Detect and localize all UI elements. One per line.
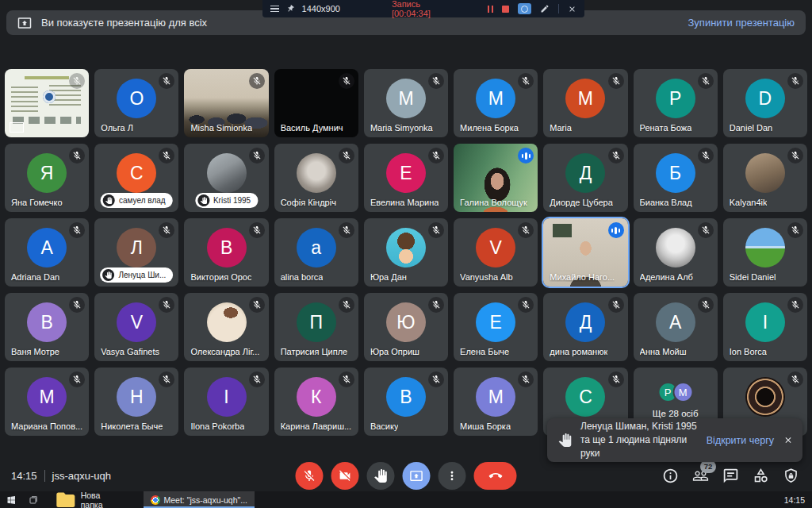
participant-tile[interactable]: IIlona Pokorba [184, 368, 268, 436]
raised-hand-pill: Kristi 1995 [195, 193, 258, 208]
avatar: О [117, 79, 156, 118]
participant-name: Юра Дан [370, 272, 407, 282]
participant-tile[interactable]: ООльга Л [94, 69, 178, 137]
mic-off-icon [428, 222, 444, 238]
participant-name: Аделина Алб [640, 272, 693, 282]
avatar: М [476, 79, 515, 118]
participant-tile[interactable] [5, 69, 89, 137]
resolution-label: 1440x900 [302, 4, 340, 13]
participant-tile[interactable]: AAdriana Dan [5, 218, 89, 287]
participant-tile[interactable]: РРената Божа [634, 69, 718, 137]
more-participants-label: Ще 28 осіб [634, 409, 718, 418]
meeting-time: 14:15 [11, 470, 37, 482]
participant-tile[interactable]: Михайло Наго... [543, 218, 627, 287]
draw-button[interactable] [540, 4, 550, 13]
chat-button[interactable] [722, 468, 739, 484]
participant-tile[interactable]: ЕЕвелина Марина [364, 144, 448, 212]
participant-tile[interactable]: ДДиорде Цубера [543, 144, 627, 212]
participant-name: Михайло Наго... [550, 272, 615, 282]
presentation-message: Ви показуєте презентацію для всіх [41, 17, 207, 29]
participant-tile[interactable]: ММариана Попов... [5, 368, 89, 436]
participant-name: Виктория Орос [190, 272, 251, 282]
participant-tile[interactable]: MMaria [543, 69, 627, 137]
pause-button[interactable] [488, 6, 494, 13]
participant-tile[interactable]: ВВаня Мотре [5, 293, 89, 361]
task-view-button[interactable] [22, 491, 44, 508]
raise-hand-button[interactable] [367, 462, 395, 490]
menu-icon[interactable] [270, 6, 279, 13]
participant-tile[interactable]: ММиша Борка [454, 368, 538, 436]
participant-tile[interactable]: Софія Кіндріч [274, 144, 358, 212]
participant-name: Мариана Попов... [11, 421, 82, 431]
more-options-button[interactable] [439, 462, 466, 490]
participant-tile[interactable]: Аделина Алб [634, 218, 718, 287]
participant-tile[interactable]: VVanyusha Alb [454, 218, 538, 287]
participant-tile[interactable]: IIon Borca [723, 293, 807, 361]
camera-button[interactable] [331, 462, 359, 490]
participant-tile[interactable]: ККарина Лавриш... [274, 368, 358, 436]
avatar: V [476, 228, 515, 267]
mic-off-icon [69, 222, 85, 238]
host-controls-button[interactable] [783, 468, 799, 484]
participant-name: Николета Быче [101, 421, 163, 431]
mic-off-icon [249, 297, 265, 313]
participant-tile[interactable]: DDaniel Dan [723, 69, 807, 137]
activities-button[interactable] [753, 468, 769, 484]
overflow-avatars: PM [657, 382, 693, 402]
participant-tile[interactable]: MMaria Simyonka [364, 69, 448, 137]
participant-tile[interactable]: Kristi 1995 [184, 144, 268, 212]
present-icon [17, 16, 32, 30]
participant-tile[interactable]: С самуел влад [94, 144, 178, 212]
participants-button[interactable]: 72 [692, 468, 709, 484]
close-recorder-button[interactable] [568, 5, 576, 13]
participant-name: Ольга Л [101, 123, 133, 133]
open-queue-button[interactable]: Відкрити чергу [707, 435, 774, 446]
stop-presentation-button[interactable]: Зупинити презентацію [688, 17, 795, 29]
participant-tile[interactable]: Л Ленуца Ши... [94, 218, 178, 287]
info-button[interactable] [662, 468, 679, 484]
pin-icon[interactable] [284, 2, 297, 15]
start-button[interactable] [0, 491, 22, 508]
participant-name: Ленуца Ши... [118, 271, 166, 279]
participant-tile[interactable]: ЯЯна Гомечко [5, 144, 89, 212]
participant-tile[interactable]: ЕЕлена Быче [454, 293, 538, 361]
participant-tile[interactable]: ННиколета Быче [94, 368, 178, 436]
leave-call-button[interactable] [474, 462, 517, 490]
taskbar-meet-button[interactable]: Meet: "jss-aqxu-uqh"... [144, 491, 255, 508]
participant-tile[interactable]: ППатрисия Ципле [274, 293, 358, 361]
participant-name: самуел влад [119, 196, 166, 205]
participant-tile[interactable]: ААнна Мойш [634, 293, 718, 361]
participant-tile[interactable]: Олександра Ліг... [184, 293, 268, 361]
participant-name: Рената Божа [640, 123, 692, 133]
stop-button[interactable] [502, 6, 509, 13]
participant-tile[interactable]: ББианка Влад [634, 144, 718, 212]
participant-name: Kristi 1995 [213, 196, 251, 205]
participant-tile[interactable]: Ддина романюк [543, 293, 627, 361]
participants-grid: ООльга ЛMisha SimionkaВасиль ДумничMMari… [5, 69, 807, 436]
mic-button[interactable] [296, 462, 324, 490]
participant-tile[interactable]: Sidei Daniel [723, 218, 807, 287]
mic-off-icon [159, 371, 174, 387]
participant-tile[interactable]: ЮЮра Оприш [364, 293, 448, 361]
close-toast-button[interactable] [783, 434, 793, 446]
taskbar-meet-label: Meet: "jss-aqxu-uqh"... [164, 495, 248, 505]
camera-overlay-button[interactable] [518, 3, 531, 14]
participant-tile[interactable]: ВВасику [364, 368, 448, 436]
present-button[interactable] [403, 462, 431, 490]
avatar: Л [117, 228, 156, 267]
avatar: M [565, 79, 605, 118]
participant-tile[interactable]: ММилена Борка [454, 69, 538, 137]
participant-tile[interactable]: Галина Волощук [454, 144, 538, 212]
participant-tile[interactable]: Misha Simionka [184, 69, 268, 137]
taskbar-folder-button[interactable]: Нова папка [48, 491, 110, 508]
participant-tile[interactable]: Kalyan4ik [723, 144, 807, 212]
taskbar-clock[interactable]: 14:15 [784, 495, 812, 505]
participant-tile[interactable]: aalina borca [274, 218, 358, 287]
participant-tile[interactable]: Василь Думнич [274, 69, 358, 137]
participant-tile[interactable]: ВВиктория Орос [184, 218, 268, 287]
participant-tile[interactable]: VVasya Gafinets [94, 293, 178, 361]
mic-off-icon [339, 371, 354, 387]
avatar: Е [476, 302, 515, 342]
participant-tile[interactable]: Юра Дан [364, 218, 448, 287]
mic-off-icon [428, 371, 444, 387]
